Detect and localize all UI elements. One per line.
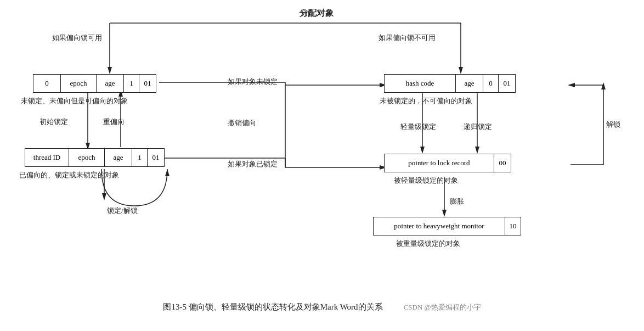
box4-label: 被轻量级锁定的对象 <box>394 176 458 186</box>
light-lock-label: 轻量级锁定 <box>400 122 436 132</box>
box2-cell-age: age <box>105 149 132 166</box>
box3: hash code age 0 01 <box>384 74 516 93</box>
inflate-label: 膨胀 <box>450 197 464 206</box>
box1-cell-0: 0 <box>33 75 61 92</box>
diagram: 分配对象 如果偏向锁可用 如果偏向锁不可用 0 epoch age 1 01 未… <box>0 0 644 296</box>
box1-cell-01: 01 <box>139 75 156 92</box>
caption: 图13-5 偏向锁、轻量级锁的状态转化及对象Mark Word的关系 CSDN … <box>0 296 644 316</box>
unlock-label: 解锁 <box>606 120 620 130</box>
box5-label: 被重量级锁定的对象 <box>396 239 460 249</box>
box1-cell-age: age <box>97 75 124 92</box>
box2-cell-1: 1 <box>132 149 148 166</box>
svg-marker-32 <box>165 169 170 176</box>
box3-cell-hashcode: hash code <box>385 75 456 92</box>
svg-marker-26 <box>442 210 447 217</box>
box1: 0 epoch age 1 01 <box>33 74 156 93</box>
initial-lock-label: 初始锁定 <box>39 117 68 127</box>
box2-cell-threadid: thread ID <box>25 149 69 166</box>
box4: pointer to lock record 00 <box>384 154 511 172</box>
box2-cell-epoch: epoch <box>69 149 105 166</box>
box1-label: 未锁定、未偏向但是可偏向的对象 <box>21 96 128 106</box>
recursive-lock-label: 递归锁定 <box>464 122 492 132</box>
svg-marker-2 <box>108 67 112 74</box>
box5-cell-10: 10 <box>505 217 521 235</box>
box5: pointer to heavyweight monitor 10 <box>373 217 521 235</box>
box4-cell-pointer: pointer to lock record <box>385 154 494 172</box>
left-branch-label: 如果偏向锁可用 <box>52 33 102 43</box>
box5-cell-pointer: pointer to heavyweight monitor <box>374 217 505 235</box>
caption-csdn: CSDN @热爱编程的小宇 <box>404 302 481 312</box>
box2: thread ID epoch age 1 01 <box>25 148 165 167</box>
svg-marker-22 <box>420 147 425 154</box>
svg-marker-24 <box>475 147 479 154</box>
svg-marker-31 <box>568 83 575 87</box>
box1-cell-1: 1 <box>124 75 139 92</box>
box2-cell-01: 01 <box>148 149 164 166</box>
box2-label: 已偏向的、锁定或未锁定的对象 <box>19 170 119 180</box>
svg-marker-11 <box>102 193 106 200</box>
if-locked-label: 如果对象已锁定 <box>228 159 278 169</box>
revoke-bias-label: 撤销偏向 <box>228 118 256 128</box>
right-branch-label: 如果偏向锁不可用 <box>379 33 436 43</box>
caption-main: 图13-5 偏向锁、轻量级锁的状态转化及对象Mark Word的关系 <box>163 302 382 312</box>
box4-cell-00: 00 <box>494 154 511 172</box>
if-unlocked-label: 如果对象未锁定 <box>228 77 278 87</box>
svg-marker-5 <box>459 67 463 74</box>
top-node-svg <box>297 4 352 24</box>
box3-cell-age: age <box>456 75 483 92</box>
rebias-label: 重偏向 <box>103 117 125 127</box>
box3-cell-01: 01 <box>499 75 515 92</box>
lock-unlock-label: 锁定/解锁 <box>107 206 138 216</box>
box1-cell-epoch: epoch <box>61 75 97 92</box>
box3-label: 未被锁定的，不可偏向的对象 <box>380 96 472 106</box>
svg-marker-29 <box>601 82 606 89</box>
box3-cell-0: 0 <box>483 75 499 92</box>
